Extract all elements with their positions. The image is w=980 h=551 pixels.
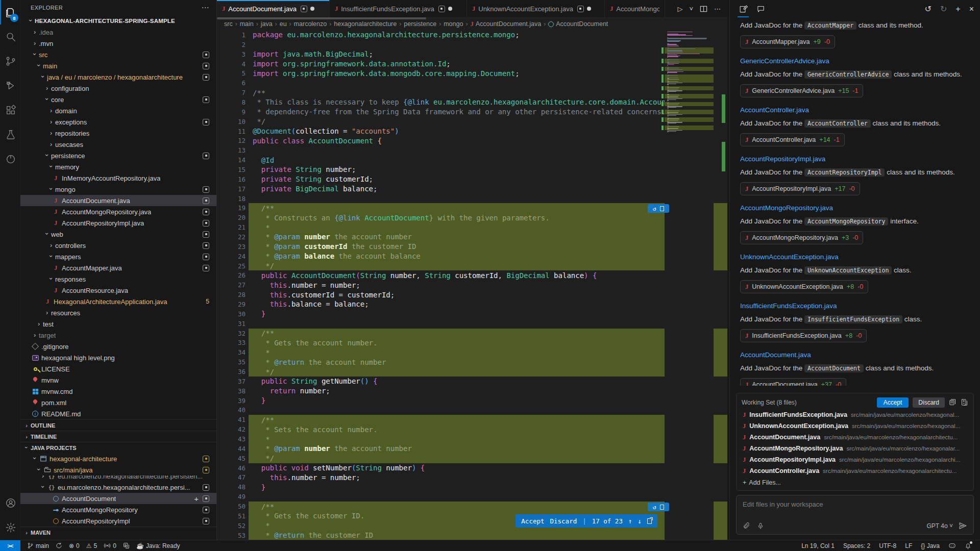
tree-item-license[interactable]: LICENSE xyxy=(20,363,216,374)
changed-file-chip[interactable]: JAccountMongoRepository.java+3-0 xyxy=(740,231,863,244)
undo-block-icon[interactable]: ↺ xyxy=(653,205,656,212)
activity-run-debug-icon[interactable] xyxy=(0,73,20,98)
status-lf[interactable]: LF xyxy=(905,542,912,549)
breadcrumb-item[interactable]: main xyxy=(240,20,254,28)
activity-account-icon[interactable] xyxy=(0,491,20,515)
tab-scrollbar[interactable] xyxy=(217,17,426,19)
working-set-file[interactable]: JInsufficientFundsException.javasrc/main… xyxy=(741,409,969,420)
dirty-indicator[interactable] xyxy=(587,7,591,11)
changed-file-chip[interactable]: JInsufficientFundsException.java+8-0 xyxy=(740,329,867,342)
next-diff-icon[interactable]: ↓ xyxy=(638,517,642,525)
tree-item-eu-marcolenzo-hexagonalarchitecture-pers[interactable]: {}eu.marcolenzo.hexagonalarchitecture.pe… xyxy=(20,475,216,482)
save-all-icon[interactable] xyxy=(949,398,957,406)
tree-item-usecases[interactable]: usecases xyxy=(20,139,216,150)
status--java[interactable]: {} Java xyxy=(921,542,940,549)
breadcrumb-item[interactable]: hexagonalarchitecture xyxy=(334,20,397,28)
status-spaces-2[interactable]: Spaces: 2 xyxy=(843,542,870,549)
working-set-file[interactable]: JUnknownAccountException.javasrc/main/ja… xyxy=(741,420,969,432)
response-file-link[interactable]: AccountMongoRepository.java xyxy=(740,204,970,212)
open-file-icon[interactable] xyxy=(660,206,664,211)
breadcrumb-item[interactable]: AccountDocument xyxy=(548,20,608,28)
tab-accountmongore[interactable]: JAccountMongoRe xyxy=(605,0,665,17)
dirty-indicator[interactable] xyxy=(310,7,314,11)
panel-tab-chat[interactable] xyxy=(753,2,768,16)
previous-diff-icon[interactable]: ↑ xyxy=(628,517,632,525)
activity-source-control-icon[interactable] xyxy=(0,49,20,73)
changed-file-chip[interactable]: JGenericControllerAdvice.java+15-1 xyxy=(740,84,863,97)
tree-item-accountmongorepository-java[interactable]: JAccountMongoRepository.java xyxy=(20,206,216,217)
tree-item-mongo[interactable]: mongo xyxy=(20,184,216,195)
tree-item-controllers[interactable]: controllers xyxy=(20,240,216,251)
response-file-link[interactable]: AccountController.java xyxy=(740,106,970,114)
section-header-timeline[interactable]: TIMELINE xyxy=(20,431,216,442)
activity-spring-boot-icon[interactable] xyxy=(0,147,20,171)
working-set-file[interactable]: JAccountDocument.javasrc/main/java/eu/ma… xyxy=(741,432,969,443)
breadcrumb-item[interactable]: java xyxy=(261,20,273,28)
add-symbol-icon[interactable]: + xyxy=(194,495,199,503)
status-notifications-icon[interactable] xyxy=(965,542,971,549)
changed-file-chip[interactable]: JAccountRepositoryImpl.java+17-0 xyxy=(740,182,860,195)
status-utf-8[interactable]: UTF-8 xyxy=(879,542,896,549)
tree-item-src-main-java[interactable]: src/main/java xyxy=(20,464,216,475)
activity-explorer-icon[interactable]: 8 xyxy=(0,0,20,24)
status-coffee[interactable]: ☕Java: Ready xyxy=(136,542,180,549)
dirty-indicator[interactable] xyxy=(448,7,452,11)
undo-block-icon[interactable]: ↺ xyxy=(653,504,656,511)
accept-button[interactable]: Accept xyxy=(521,517,544,525)
redo-edits-icon[interactable]: ↻ xyxy=(940,4,947,14)
more-actions-icon[interactable]: ⋯ xyxy=(714,5,721,13)
breadcrumb-item[interactable]: persistence xyxy=(404,20,436,28)
remote-indicator[interactable]: >< xyxy=(0,540,20,551)
tree-item-mvnw-cmd[interactable]: mvnw.cmd xyxy=(20,386,216,397)
tree-item--gitignore[interactable]: .gitignore xyxy=(20,341,216,352)
changed-file-chip[interactable]: JAccountController.java+14-1 xyxy=(740,133,845,146)
panel-content[interactable]: Add JavaDoc for the AccountMapper class … xyxy=(730,18,980,386)
working-set-discard-button[interactable]: Discard xyxy=(913,397,945,408)
code-editor[interactable]: 1package eu.marcolenzo.hexagonalarchitec… xyxy=(217,30,727,540)
tree-item-mappers[interactable]: mappers xyxy=(20,251,216,262)
status-radio[interactable]: 0 xyxy=(104,542,116,549)
tree-item-resources[interactable]: resources xyxy=(20,307,216,318)
section-header-outline[interactable]: OUTLINE xyxy=(20,419,216,431)
activity-settings-icon[interactable] xyxy=(0,515,20,540)
tree-item-readme-md[interactable]: iREADME.md xyxy=(20,408,216,419)
tree-item-hexagonal-architecture[interactable]: hexagonal-architecture xyxy=(20,453,216,464)
tree-item-accountmapper-java[interactable]: JAccountMapper.java xyxy=(20,262,216,273)
working-set-file[interactable]: JAccountRepositoryImpl.javasrc/main/java… xyxy=(741,454,969,465)
response-file-link[interactable]: AccountRepositoryImpl.java xyxy=(740,155,970,163)
working-set-file[interactable]: JAccountMongoRepository.javasrc/main/jav… xyxy=(741,443,969,454)
working-set-file[interactable]: JAccountController.javasrc/main/java/eu/… xyxy=(741,465,969,477)
tree-item-hexagonal-architecture-spring-sample[interactable]: HEXAGONAL-ARCHITECTURE-SPRING-SAMPLE xyxy=(20,15,216,27)
breadcrumb-item[interactable]: mongo xyxy=(444,20,463,28)
close-panel-icon[interactable]: × xyxy=(969,5,974,14)
tree-item-repositories[interactable]: repositories xyxy=(20,128,216,139)
tree-item-responses[interactable]: responses xyxy=(20,273,216,285)
chat-input-box[interactable]: Edit files in your workspace GPT 4o ˅ xyxy=(736,495,974,535)
tree-item-src[interactable]: src xyxy=(20,49,216,60)
response-file-link[interactable]: GenericControllerAdvice.java xyxy=(740,57,970,65)
tree-item-hexagonalarchitectureapplication-java[interactable]: JHexagonalArchitectureApplication.java5 xyxy=(20,296,216,307)
tree-item-core[interactable]: core xyxy=(20,94,216,105)
changed-file-chip[interactable]: JUnknownAccountException.java+8-0 xyxy=(740,280,868,293)
status-sync[interactable] xyxy=(56,542,62,549)
breadcrumb-item[interactable]: marcolenzo xyxy=(294,20,327,28)
response-file-link[interactable]: InsufficientFundsException.java xyxy=(740,302,970,310)
tree-item-pom-xml[interactable]: pom.xml xyxy=(20,397,216,408)
attach-icon[interactable] xyxy=(743,522,750,530)
status-branch[interactable]: main xyxy=(27,542,49,549)
tree-item-mvnw[interactable]: mvnw xyxy=(20,374,216,386)
status-copilot-icon[interactable] xyxy=(948,542,956,549)
tree-item-memory[interactable]: memory xyxy=(20,161,216,172)
tree-item-eu-marcolenzo-hexagonalarchitecture-pers[interactable]: {}eu.marcolenzo.hexagonalarchitecture.pe… xyxy=(20,482,216,493)
discard-button[interactable]: Discard xyxy=(550,517,577,525)
section-header-maven[interactable]: MAVEN xyxy=(20,527,216,538)
new-session-icon[interactable]: + xyxy=(955,5,960,14)
run-dropdown-icon[interactable]: ˅ xyxy=(689,5,693,13)
tree-item-exceptions[interactable]: exceptions xyxy=(20,116,216,128)
run-java-icon[interactable]: ▷ xyxy=(677,5,682,13)
changed-file-chip[interactable]: JAccountDocument.java+37-0 xyxy=(740,378,846,386)
tab-unknownaccountexception-java[interactable]: JUnknownAccountException.java xyxy=(467,0,605,17)
status-warnings[interactable]: ⚠5 xyxy=(86,542,97,549)
activity-testing-icon[interactable] xyxy=(0,122,20,147)
tree-item--mvn[interactable]: .mvn xyxy=(20,38,216,49)
